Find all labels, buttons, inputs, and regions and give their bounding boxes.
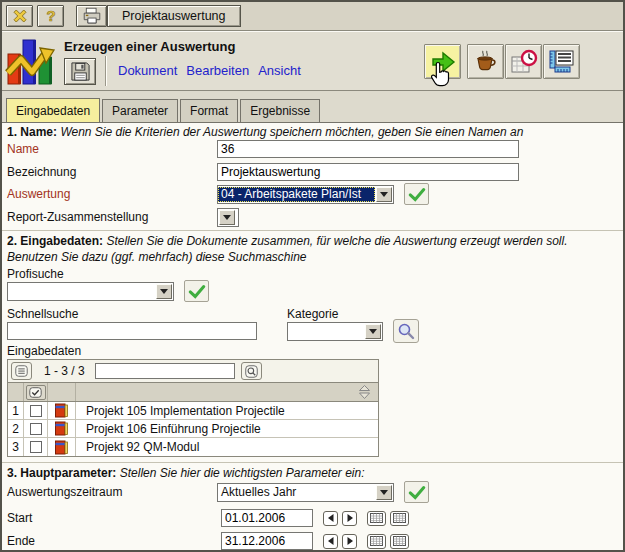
tab-parameter[interactable]: Parameter [102, 99, 178, 122]
calendar-icon [393, 536, 406, 546]
sort-arrows-icon [359, 385, 370, 399]
close-button[interactable] [6, 5, 33, 27]
chevron-down-icon[interactable] [376, 485, 392, 500]
checkbox-checked-icon [29, 387, 42, 398]
project-document-icon [55, 403, 68, 418]
name-label: Name [7, 142, 217, 156]
menu-separator [105, 56, 107, 86]
table-row-title: Projekt 105 Implementation Projectile [76, 404, 378, 418]
chevron-down-icon[interactable] [376, 187, 392, 202]
row-checkbox[interactable] [30, 423, 42, 435]
table-row[interactable]: 3 Projekt 92 QM-Modul [8, 438, 378, 456]
report-zusammenstellung-select[interactable] [217, 208, 239, 227]
ende-calendar-button[interactable] [367, 534, 386, 549]
report-layout-button[interactable] [543, 44, 580, 79]
schnellsuche-label: Schnellsuche [7, 307, 78, 321]
auswertung-label: Auswertung [7, 187, 217, 201]
check-icon [188, 284, 206, 299]
printer-icon [82, 7, 102, 25]
menu-item-ansicht[interactable]: Ansicht [258, 63, 301, 78]
print-button[interactable] [76, 5, 107, 27]
project-document-icon [55, 421, 68, 436]
list-menu-icon [15, 365, 28, 377]
start-date-input[interactable] [221, 509, 313, 527]
schnellsuche-input[interactable] [7, 322, 257, 340]
schedule-button[interactable] [505, 44, 542, 79]
profisuche-select[interactable] [7, 282, 174, 301]
ende-prev-button[interactable] [323, 534, 338, 549]
application-window: ? Projektauswertung Erzeu [0, 0, 625, 552]
coffee-cup-icon [473, 49, 499, 75]
save-button[interactable] [64, 58, 96, 85]
document-tab[interactable]: Projektauswertung [107, 5, 241, 27]
start-calendar-alt-button[interactable] [390, 511, 409, 526]
tab-ergebnisse[interactable]: Ergebnisse [240, 99, 320, 122]
calendar-icon [370, 513, 383, 523]
profisuche-label: Profisuche [7, 267, 64, 281]
kategorie-select[interactable] [287, 322, 383, 341]
arrow-left-icon [328, 537, 334, 545]
chevron-down-icon[interactable] [365, 324, 381, 339]
ende-calendar-alt-button[interactable] [390, 534, 409, 549]
close-icon [11, 7, 29, 25]
document-tab-label: Projektauswertung [122, 9, 226, 23]
top-toolbar: ? Projektauswertung [2, 2, 623, 31]
bezeichnung-input[interactable] [217, 163, 519, 181]
help-button[interactable]: ? [37, 5, 64, 27]
eingabedaten-list-label: Eingabedaten [7, 344, 81, 358]
table-search-input[interactable] [95, 363, 235, 379]
section3-heading: 3. Hauptparameter: Stellen Sie hier die … [7, 466, 365, 480]
auswertung-select[interactable]: 04 - Arbeitspakete Plan/Ist [217, 185, 394, 204]
project-document-icon [55, 440, 68, 455]
check-icon [408, 485, 426, 500]
menu-bar: Dokument Bearbeiten Ansicht [118, 63, 301, 78]
kategorie-search-button[interactable] [393, 319, 419, 343]
background-job-button[interactable] [467, 44, 504, 79]
auswertungszeitraum-label: Auswertungszeitraum [7, 485, 217, 499]
hand-cursor-icon [429, 61, 453, 89]
search-icon [397, 322, 415, 340]
table-row-title: Projekt 92 QM-Modul [76, 440, 378, 454]
ende-date-input[interactable] [221, 532, 313, 550]
profisuche-confirm-button[interactable] [184, 280, 209, 302]
table-row-title: Projekt 106 Einführung Projectile [76, 422, 378, 436]
table-toolbar: 1 - 3 / 3 [8, 360, 378, 383]
ende-next-button[interactable] [342, 534, 357, 549]
start-calendar-button[interactable] [367, 511, 386, 526]
eingabedaten-table: 1 - 3 / 3 [7, 359, 379, 457]
table-row[interactable]: 2 Projekt 106 Einführung Projectile [8, 420, 378, 438]
form-content: 1. Name: Wenn Sie die Kriterien der Ausw… [2, 123, 623, 550]
chevron-down-icon[interactable] [156, 284, 172, 299]
arrow-right-icon [347, 514, 353, 522]
menu-item-dokument[interactable]: Dokument [118, 63, 177, 78]
start-prev-button[interactable] [323, 511, 338, 526]
zeitraum-confirm-button[interactable] [404, 481, 429, 503]
select-all-button[interactable] [26, 385, 46, 400]
help-icon: ? [42, 6, 60, 26]
page-title: Erzeugen einer Auswertung [64, 39, 235, 54]
kategorie-label: Kategorie [287, 307, 338, 321]
table-row[interactable]: 1 Projekt 105 Implementation Projectile [8, 402, 378, 420]
sort-toggle[interactable] [359, 385, 370, 402]
table-menu-button[interactable] [11, 362, 32, 380]
table-search-button[interactable] [241, 362, 262, 380]
header: Erzeugen einer Auswertung Dokument Bearb… [2, 32, 623, 91]
tab-eingabedaten[interactable]: Eingabedaten [6, 98, 100, 122]
save-floppy-icon [70, 61, 91, 82]
menu-item-bearbeiten[interactable]: Bearbeiten [186, 63, 249, 78]
row-checkbox[interactable] [30, 441, 42, 453]
arrow-right-icon [347, 537, 353, 545]
svg-text:?: ? [46, 7, 55, 24]
start-next-button[interactable] [342, 511, 357, 526]
start-label: Start [7, 511, 217, 525]
tab-format[interactable]: Format [180, 99, 238, 122]
auswertungszeitraum-select[interactable]: Aktuelles Jahr [217, 483, 394, 502]
section1-heading: 1. Name: Wenn Sie die Kriterien der Ausw… [7, 125, 523, 139]
name-input[interactable] [217, 140, 519, 158]
app-logo-chart-icon [5, 35, 57, 87]
auswertung-confirm-button[interactable] [404, 183, 429, 205]
search-icon [245, 365, 258, 378]
calendar-icon [370, 536, 383, 546]
row-checkbox[interactable] [30, 405, 42, 417]
chevron-down-icon[interactable] [219, 210, 235, 225]
